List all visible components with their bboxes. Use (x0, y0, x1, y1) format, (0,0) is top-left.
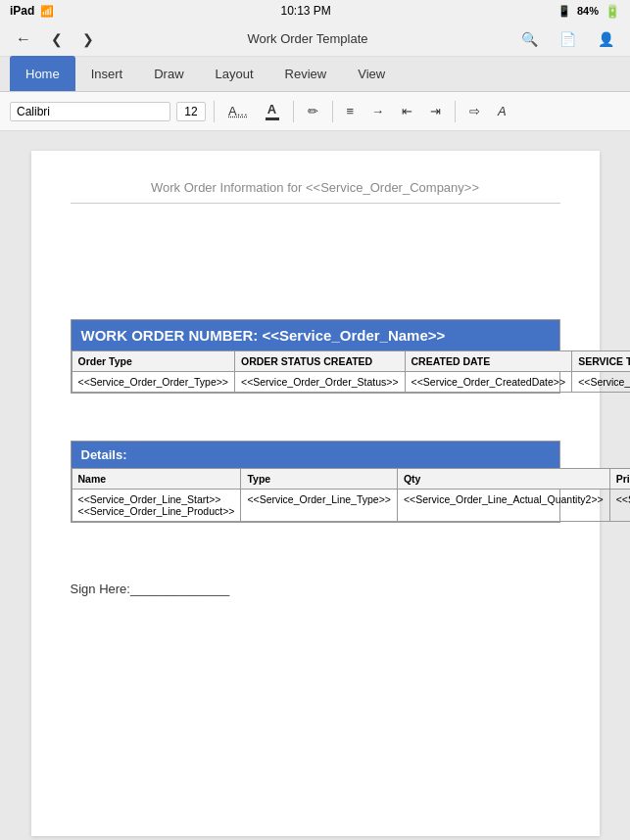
document-area: Work Order Information for <<Service_Ord… (31, 151, 600, 836)
numbered-list-button[interactable]: → (365, 102, 390, 120)
cell-service-team: <<Service_Order_Service_Group>> (572, 372, 630, 393)
tab-insert[interactable]: Insert (75, 56, 139, 91)
cell-name: <<Service_Order_Line_Start>><<Service_Or… (72, 490, 241, 522)
formatting-bar: A... A ✏ ≡ → ⇤ ⇥ ⇨ A (0, 92, 630, 131)
col-name: Name (72, 469, 241, 490)
main-table-header-row: Order Type ORDER STATUS CREATED CREATED … (72, 351, 630, 372)
sign-here-label: Sign Here:______________ (71, 582, 230, 596)
details-section: Details: Name Type Qty Price Total Line … (71, 441, 560, 523)
font-a-icon: A... (228, 104, 248, 118)
separator-4 (455, 101, 456, 122)
title-bar: ← ❮ ❯ Work Order Template 🔍 📄 👤 (0, 22, 630, 57)
paragraph-style-icon: ⇨ (469, 104, 480, 118)
details-header-row: Name Type Qty Price Total Line Price (72, 469, 630, 490)
work-order-main-table: WORK ORDER NUMBER: <<Service_Order_Name>… (71, 319, 560, 394)
separator-2 (293, 101, 294, 122)
tab-home[interactable]: Home (10, 56, 75, 91)
separator-1 (214, 101, 215, 122)
font-size-input[interactable] (176, 102, 206, 121)
tab-review[interactable]: Review (269, 56, 343, 91)
status-bar: iPad 📶 10:13 PM 📱 84% 🔋 (0, 0, 630, 22)
bullet-list-button[interactable]: ≡ (341, 102, 361, 120)
device-label: iPad (10, 4, 34, 18)
highlight-button[interactable]: ✏ (302, 102, 324, 120)
col-order-status: ORDER STATUS CREATED (235, 351, 406, 372)
document-button[interactable]: 📄 (554, 29, 582, 49)
text-color-button[interactable]: A (260, 100, 285, 122)
decrease-indent-button[interactable]: ⇤ (396, 102, 418, 120)
highlight-icon: ✏ (308, 104, 318, 118)
clear-format-button[interactable]: A (492, 102, 512, 120)
main-info-table: Order Type ORDER STATUS CREATED CREATED … (72, 350, 631, 393)
forward-arrow-button[interactable]: ❯ (76, 29, 100, 49)
cell-price: <<Service_Order_Line_Actual_Price2>> (609, 490, 630, 522)
cell-order-type: <<Service_Order_Order_Type>> (72, 372, 235, 393)
tab-draw[interactable]: Draw (138, 56, 199, 91)
battery-icon: 🔋 (605, 4, 620, 19)
details-table: Name Type Qty Price Total Line Price <<S… (72, 468, 631, 522)
cell-type: <<Service_Order_Line_Type>> (241, 490, 398, 522)
letter-a-icon: A (267, 102, 276, 117)
ribbon-tabs: Home Insert Draw Layout Review View (0, 57, 630, 92)
bullet-list-icon: ≡ (347, 104, 355, 118)
back-arrow-button[interactable]: ❮ (45, 29, 69, 49)
col-price: Price (609, 469, 630, 490)
back-button[interactable]: ← (10, 28, 37, 50)
cell-order-status: <<Service_Order_Order_Status>> (235, 372, 406, 393)
details-title: Details: (72, 442, 559, 468)
decrease-indent-icon: ⇤ (402, 104, 412, 118)
numbered-list-icon: → (371, 104, 384, 118)
battery-label: 84% (577, 5, 599, 17)
search-button[interactable]: 🔍 (515, 29, 544, 49)
wifi-icon: 📶 (40, 5, 54, 18)
title-bar-right: 🔍 📄 👤 (515, 29, 620, 49)
col-service-team: SERVICE TEAM (572, 351, 630, 372)
font-style-button[interactable]: A... (222, 102, 254, 120)
paragraph-style-button[interactable]: ⇨ (463, 102, 486, 120)
details-data-row: <<Service_Order_Line_Start>><<Service_Or… (72, 490, 630, 522)
doc-title: Work Order Template (247, 31, 367, 46)
col-type: Type (241, 469, 398, 490)
status-bar-right: 📱 84% 🔋 (557, 4, 620, 19)
col-order-type: Order Type (72, 351, 235, 372)
font-name-input[interactable] (10, 102, 170, 121)
status-bar-left: iPad 📶 (10, 4, 54, 18)
increase-indent-button[interactable]: ⇥ (424, 102, 447, 120)
separator-3 (332, 101, 333, 122)
document-header: Work Order Information for <<Service_Ord… (71, 180, 560, 204)
status-bar-time: 10:13 PM (280, 4, 330, 18)
main-table-data-row: <<Service_Order_Order_Type>> <<Service_O… (72, 372, 630, 393)
work-order-title: WORK ORDER NUMBER: <<Service_Order_Name>… (72, 320, 559, 350)
text-color-btn-inner: A (266, 102, 279, 120)
tab-view[interactable]: View (342, 56, 401, 91)
clear-format-icon: A (498, 104, 507, 118)
col-qty: Qty (397, 469, 609, 490)
increase-indent-icon: ⇥ (430, 104, 441, 118)
title-bar-left: ← ❮ ❯ (10, 28, 100, 50)
text-color-bar (266, 117, 279, 120)
profile-button[interactable]: 👤 (592, 29, 620, 49)
col-created-date: CREATED DATE (405, 351, 572, 372)
tab-layout[interactable]: Layout (200, 56, 269, 91)
cell-created-date: <<Service_Order_CreatedDate>> (405, 372, 572, 393)
sign-here-area: Sign Here:______________ (71, 582, 560, 596)
cell-qty: <<Service_Order_Line_Actual_Quantity2>> (397, 490, 609, 522)
bluetooth-icon: 📱 (557, 5, 571, 18)
